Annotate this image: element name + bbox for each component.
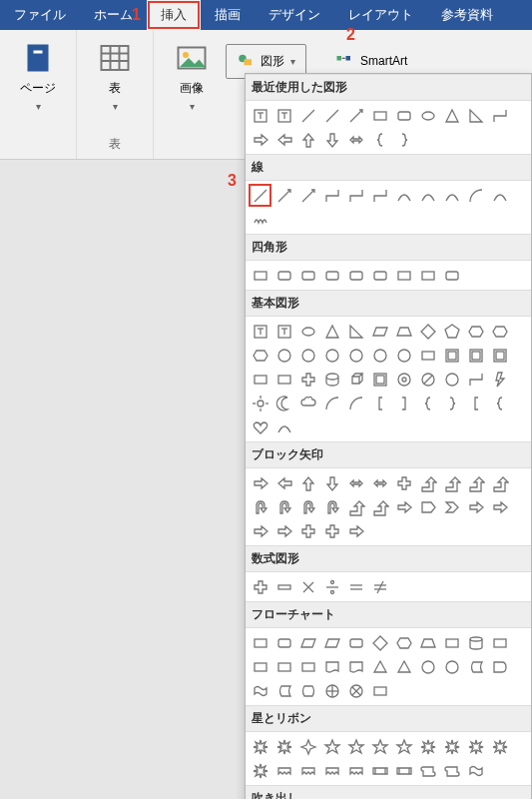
shape-hex[interactable] <box>392 631 415 654</box>
shape-brace[interactable] <box>368 128 391 151</box>
shape-roundrect[interactable] <box>392 104 415 127</box>
shape-arrowline[interactable] <box>344 104 367 127</box>
shape-arrowR[interactable] <box>392 495 415 518</box>
shape-rect[interactable] <box>440 631 463 654</box>
shape-roundrect[interactable] <box>440 264 463 287</box>
shape-arrowBent[interactable] <box>440 471 463 494</box>
shape-star5[interactable] <box>320 735 343 758</box>
shape-burst[interactable] <box>488 735 511 758</box>
shape-uturn[interactable] <box>249 495 271 518</box>
shape-scroll[interactable] <box>440 759 463 782</box>
shape-bolt[interactable] <box>488 368 511 391</box>
shape-brace[interactable] <box>488 392 511 414</box>
shape-hex[interactable] <box>488 320 511 343</box>
shape-trapezoid[interactable] <box>392 320 415 343</box>
shape-tape[interactable] <box>249 679 271 702</box>
shape-tape[interactable] <box>464 759 487 782</box>
shape-rtri[interactable] <box>464 104 487 127</box>
shape-ribbon[interactable] <box>296 759 319 782</box>
shape-arrowD[interactable] <box>320 471 343 494</box>
shape-oval[interactable] <box>416 104 439 127</box>
shape-arrowLR[interactable] <box>344 128 367 151</box>
shape-or[interactable] <box>344 679 367 702</box>
shape-curve[interactable] <box>416 184 439 207</box>
shape-arrowline[interactable] <box>272 184 295 207</box>
shape-elbow[interactable] <box>488 104 511 127</box>
shape-textbox[interactable] <box>249 104 271 127</box>
shape-cube[interactable] <box>344 368 367 391</box>
shape-ribbon[interactable] <box>320 759 343 782</box>
shape-bracket[interactable] <box>464 392 487 414</box>
shape-rect[interactable] <box>416 344 439 367</box>
shape-noSym[interactable] <box>416 368 439 391</box>
shape-textbox[interactable] <box>272 104 295 127</box>
shape-plus[interactable] <box>320 519 343 542</box>
shape-plus[interactable] <box>296 519 319 542</box>
shape-div[interactable] <box>320 575 343 598</box>
shape-arrowR[interactable] <box>249 471 271 494</box>
shape-uturn[interactable] <box>272 495 295 518</box>
shape-arrowL[interactable] <box>272 128 295 151</box>
shape-scribble[interactable] <box>249 208 271 231</box>
shape-pent[interactable] <box>440 320 463 343</box>
shape-minus[interactable] <box>272 575 295 598</box>
shape-mult[interactable] <box>296 575 319 598</box>
shape-chevR[interactable] <box>440 495 463 518</box>
shape-arrowR[interactable] <box>249 519 271 542</box>
shape-textbox[interactable] <box>272 320 295 343</box>
shape-parallelo[interactable] <box>368 320 391 343</box>
shape-plus[interactable] <box>392 471 415 494</box>
shape-curve[interactable] <box>440 184 463 207</box>
shape-parallelo[interactable] <box>296 631 319 654</box>
shape-star5[interactable] <box>344 735 367 758</box>
shape-neq[interactable] <box>368 575 391 598</box>
tab-design[interactable]: デザイン <box>255 0 334 30</box>
shape-arrowBent[interactable] <box>344 495 367 518</box>
shape-curve[interactable] <box>392 184 415 207</box>
shape-arrowline[interactable] <box>296 184 319 207</box>
shape-arrowR[interactable] <box>272 519 295 542</box>
shape-circle[interactable] <box>296 344 319 367</box>
tab-reference[interactable]: 参考資料 <box>427 0 507 30</box>
shape-brace2[interactable] <box>440 392 463 414</box>
shape-arrowD[interactable] <box>320 128 343 151</box>
shape-roundrect[interactable] <box>344 631 367 654</box>
shape-arrowBent[interactable] <box>368 495 391 518</box>
shape-rect[interactable] <box>368 104 391 127</box>
shape-circle[interactable] <box>440 368 463 391</box>
shape-plus[interactable] <box>249 575 271 598</box>
shape-circle[interactable] <box>344 344 367 367</box>
shape-burst[interactable] <box>416 735 439 758</box>
shape-arrowLR[interactable] <box>344 471 367 494</box>
shape-circle[interactable] <box>320 344 343 367</box>
shape-donut[interactable] <box>392 368 415 391</box>
shape-arrowL[interactable] <box>272 471 295 494</box>
shape-circle[interactable] <box>272 344 295 367</box>
tab-home[interactable]: ホーム <box>80 0 147 30</box>
shape-burst[interactable] <box>272 735 295 758</box>
shape-brace2[interactable] <box>392 128 415 151</box>
shape-elbow[interactable] <box>368 184 391 207</box>
shape-stored[interactable] <box>272 679 295 702</box>
shape-uturn[interactable] <box>296 495 319 518</box>
shape-arrowR[interactable] <box>344 519 367 542</box>
page-button[interactable]: ページ ▾ <box>14 36 62 116</box>
shape-rect[interactable] <box>272 655 295 678</box>
shape-roundrect[interactable] <box>272 631 295 654</box>
shape-uturn[interactable] <box>320 495 343 518</box>
shape-elbow[interactable] <box>344 184 367 207</box>
shape-arrowR[interactable] <box>464 495 487 518</box>
shape-arrowBent[interactable] <box>488 471 511 494</box>
shape-star5[interactable] <box>392 735 415 758</box>
shape-rect[interactable] <box>249 264 271 287</box>
shape-can[interactable] <box>320 368 343 391</box>
shape-arrowLR[interactable] <box>368 471 391 494</box>
shape-arrowR[interactable] <box>249 128 271 151</box>
shape-arrowBent[interactable] <box>464 471 487 494</box>
shape-trapezoid[interactable] <box>416 631 439 654</box>
shape-textbox[interactable] <box>249 320 271 343</box>
shape-diamond[interactable] <box>368 631 391 654</box>
shape-eq[interactable] <box>344 575 367 598</box>
shape-roundrect[interactable] <box>320 264 343 287</box>
shape-rtri[interactable] <box>344 320 367 343</box>
